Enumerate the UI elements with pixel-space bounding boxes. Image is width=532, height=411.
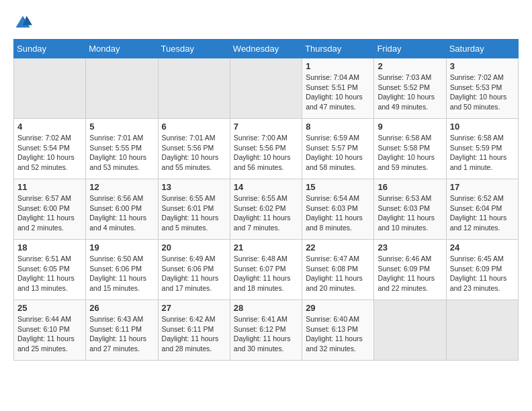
day-info: Sunrise: 6:49 AMSunset: 6:06 PMDaylight:… (162, 254, 226, 293)
calendar-cell: 6Sunrise: 7:01 AMSunset: 5:56 PMDaylight… (158, 119, 230, 179)
calendar-cell: 12Sunrise: 6:56 AMSunset: 6:00 PMDayligh… (86, 179, 158, 240)
week-row-3: 18Sunrise: 6:51 AMSunset: 6:05 PMDayligh… (14, 240, 519, 300)
calendar-cell: 10Sunrise: 6:58 AMSunset: 5:59 PMDayligh… (446, 119, 518, 179)
header-row: SundayMondayTuesdayWednesdayThursdayFrid… (14, 40, 519, 58)
day-info: Sunrise: 6:46 AMSunset: 6:09 PMDaylight:… (378, 254, 442, 293)
day-number: 12 (89, 182, 154, 192)
calendar-cell (86, 58, 158, 119)
day-info: Sunrise: 6:40 AMSunset: 6:13 PMDaylight:… (306, 314, 370, 354)
day-info: Sunrise: 6:43 AMSunset: 6:11 PMDaylight:… (89, 314, 154, 354)
day-number: 11 (17, 182, 82, 192)
day-number: 4 (17, 122, 82, 132)
day-info: Sunrise: 6:54 AMSunset: 6:03 PMDaylight:… (306, 193, 370, 233)
calendar-cell: 15Sunrise: 6:54 AMSunset: 6:03 PMDayligh… (302, 179, 374, 240)
calendar-cell (158, 58, 230, 119)
day-info: Sunrise: 6:51 AMSunset: 6:05 PMDaylight:… (17, 254, 82, 293)
calendar-cell: 29Sunrise: 6:40 AMSunset: 6:13 PMDayligh… (302, 300, 374, 361)
calendar-cell: 14Sunrise: 6:55 AMSunset: 6:02 PMDayligh… (230, 179, 302, 240)
week-row-4: 25Sunrise: 6:44 AMSunset: 6:10 PMDayligh… (14, 300, 519, 361)
calendar-cell: 24Sunrise: 6:45 AMSunset: 6:09 PMDayligh… (446, 240, 518, 300)
day-number: 21 (234, 242, 298, 253)
calendar-cell: 13Sunrise: 6:55 AMSunset: 6:01 PMDayligh… (158, 179, 230, 240)
week-row-0: 1Sunrise: 7:04 AMSunset: 5:51 PMDaylight… (14, 58, 519, 119)
day-info: Sunrise: 6:56 AMSunset: 6:00 PMDaylight:… (89, 193, 154, 233)
calendar-cell: 19Sunrise: 6:50 AMSunset: 6:06 PMDayligh… (86, 240, 158, 300)
day-number: 18 (17, 242, 82, 253)
calendar-cell: 28Sunrise: 6:41 AMSunset: 6:12 PMDayligh… (230, 300, 302, 361)
day-info: Sunrise: 6:55 AMSunset: 6:02 PMDaylight:… (234, 193, 298, 233)
day-info: Sunrise: 6:57 AMSunset: 6:00 PMDaylight:… (17, 193, 82, 233)
day-number: 20 (162, 242, 226, 253)
day-info: Sunrise: 7:02 AMSunset: 5:54 PMDaylight:… (17, 133, 82, 173)
day-info: Sunrise: 7:01 AMSunset: 5:56 PMDaylight:… (162, 133, 226, 173)
day-header-saturday: Saturday (446, 40, 518, 58)
day-number: 16 (378, 182, 442, 192)
day-number: 24 (450, 242, 515, 253)
day-header-tuesday: Tuesday (158, 40, 230, 58)
calendar-cell: 2Sunrise: 7:03 AMSunset: 5:52 PMDaylight… (374, 58, 446, 119)
day-info: Sunrise: 6:48 AMSunset: 6:07 PMDaylight:… (234, 254, 298, 293)
day-header-friday: Friday (374, 40, 446, 58)
day-number: 22 (306, 242, 370, 253)
day-number: 10 (450, 122, 515, 132)
calendar-cell (14, 58, 86, 119)
calendar-table: SundayMondayTuesdayWednesdayThursdayFrid… (13, 39, 519, 361)
day-info: Sunrise: 7:02 AMSunset: 5:53 PMDaylight:… (450, 73, 515, 112)
calendar-cell: 18Sunrise: 6:51 AMSunset: 6:05 PMDayligh… (14, 240, 86, 300)
calendar-cell: 26Sunrise: 6:43 AMSunset: 6:11 PMDayligh… (86, 300, 158, 361)
calendar-cell: 11Sunrise: 6:57 AMSunset: 6:00 PMDayligh… (14, 179, 86, 240)
day-info: Sunrise: 6:41 AMSunset: 6:12 PMDaylight:… (234, 314, 298, 354)
calendar-cell: 25Sunrise: 6:44 AMSunset: 6:10 PMDayligh… (14, 300, 86, 361)
calendar-cell: 23Sunrise: 6:46 AMSunset: 6:09 PMDayligh… (374, 240, 446, 300)
day-info: Sunrise: 6:50 AMSunset: 6:06 PMDaylight:… (89, 254, 154, 293)
calendar-cell (374, 300, 446, 361)
day-number: 19 (89, 242, 154, 253)
calendar-header: SundayMondayTuesdayWednesdayThursdayFrid… (14, 40, 519, 58)
calendar-cell: 20Sunrise: 6:49 AMSunset: 6:06 PMDayligh… (158, 240, 230, 300)
day-header-thursday: Thursday (302, 40, 374, 58)
day-number: 6 (162, 122, 226, 132)
day-info: Sunrise: 6:42 AMSunset: 6:11 PMDaylight:… (162, 314, 226, 354)
day-number: 8 (306, 122, 370, 132)
day-number: 27 (162, 303, 226, 313)
day-number: 1 (306, 61, 370, 71)
day-header-wednesday: Wednesday (230, 40, 302, 58)
day-info: Sunrise: 6:55 AMSunset: 6:01 PMDaylight:… (162, 193, 226, 233)
calendar-cell (230, 58, 302, 119)
day-info: Sunrise: 7:03 AMSunset: 5:52 PMDaylight:… (378, 73, 442, 112)
day-number: 5 (89, 122, 154, 132)
day-number: 14 (234, 182, 298, 192)
day-info: Sunrise: 6:52 AMSunset: 6:04 PMDaylight:… (450, 193, 515, 233)
day-number: 25 (17, 303, 82, 313)
day-info: Sunrise: 6:59 AMSunset: 5:57 PMDaylight:… (306, 133, 370, 173)
day-header-sunday: Sunday (14, 40, 86, 58)
day-number: 2 (378, 61, 442, 71)
week-row-2: 11Sunrise: 6:57 AMSunset: 6:00 PMDayligh… (14, 179, 519, 240)
day-number: 3 (450, 61, 515, 71)
calendar-cell: 5Sunrise: 7:01 AMSunset: 5:55 PMDaylight… (86, 119, 158, 179)
day-info: Sunrise: 7:01 AMSunset: 5:55 PMDaylight:… (89, 133, 154, 173)
logo-icon (13, 13, 32, 32)
day-number: 28 (234, 303, 298, 313)
day-number: 15 (306, 182, 370, 192)
day-info: Sunrise: 6:53 AMSunset: 6:03 PMDaylight:… (378, 193, 442, 233)
calendar-cell: 1Sunrise: 7:04 AMSunset: 5:51 PMDaylight… (302, 58, 374, 119)
day-info: Sunrise: 6:47 AMSunset: 6:08 PMDaylight:… (306, 254, 370, 293)
calendar-cell: 27Sunrise: 6:42 AMSunset: 6:11 PMDayligh… (158, 300, 230, 361)
calendar-cell: 7Sunrise: 7:00 AMSunset: 5:56 PMDaylight… (230, 119, 302, 179)
calendar-cell: 3Sunrise: 7:02 AMSunset: 5:53 PMDaylight… (446, 58, 518, 119)
day-info: Sunrise: 6:44 AMSunset: 6:10 PMDaylight:… (17, 314, 82, 354)
day-info: Sunrise: 7:04 AMSunset: 5:51 PMDaylight:… (306, 73, 370, 112)
calendar-cell (446, 300, 518, 361)
day-number: 23 (378, 242, 442, 253)
day-info: Sunrise: 7:00 AMSunset: 5:56 PMDaylight:… (234, 133, 298, 173)
calendar-cell: 17Sunrise: 6:52 AMSunset: 6:04 PMDayligh… (446, 179, 518, 240)
calendar-cell: 16Sunrise: 6:53 AMSunset: 6:03 PMDayligh… (374, 179, 446, 240)
day-header-monday: Monday (86, 40, 158, 58)
calendar-cell: 8Sunrise: 6:59 AMSunset: 5:57 PMDaylight… (302, 119, 374, 179)
day-number: 26 (89, 303, 154, 313)
calendar-cell: 4Sunrise: 7:02 AMSunset: 5:54 PMDaylight… (14, 119, 86, 179)
calendar-cell: 21Sunrise: 6:48 AMSunset: 6:07 PMDayligh… (230, 240, 302, 300)
week-row-1: 4Sunrise: 7:02 AMSunset: 5:54 PMDaylight… (14, 119, 519, 179)
calendar-body: 1Sunrise: 7:04 AMSunset: 5:51 PMDaylight… (14, 58, 519, 361)
